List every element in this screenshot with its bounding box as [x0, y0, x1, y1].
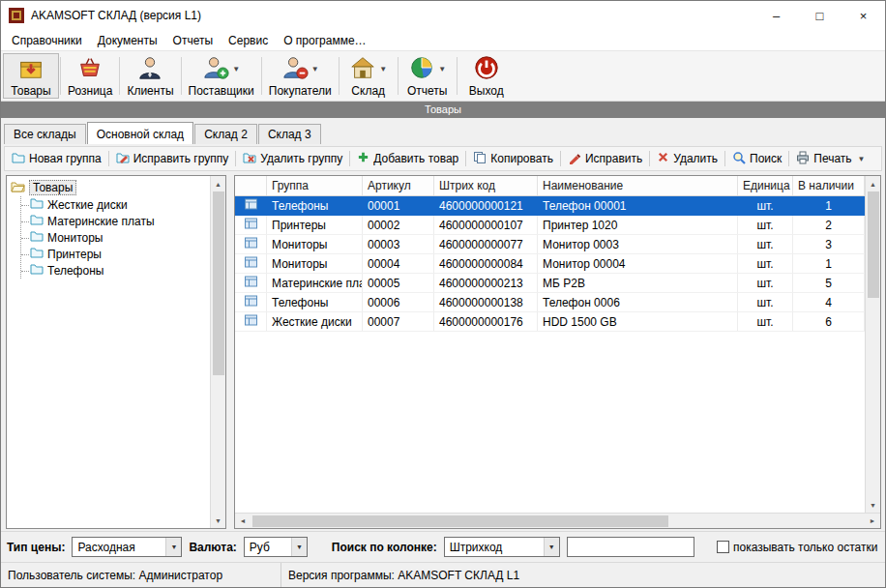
cell-barcode: 4600000000176 — [434, 312, 538, 331]
action-print-button[interactable]: Печать ▼ — [791, 149, 870, 169]
toolbar-retail-button[interactable]: Розница — [62, 53, 118, 99]
cell-name: Телефон 00001 — [538, 196, 738, 215]
table-row[interactable]: Телефоны 00006 4600000000138 Телефон 000… — [235, 293, 865, 312]
scroll-up-icon[interactable]: ▲ — [211, 176, 226, 191]
menu-item-reports[interactable]: Отчеты — [165, 32, 221, 49]
header-barcode[interactable]: Штрих код — [434, 176, 538, 195]
action-add-item-button[interactable]: Добавить товар — [352, 149, 463, 168]
main-area: Товары Жесткие диски Материнские платы М… — [1, 173, 885, 531]
action-delete-button[interactable]: Удалить — [652, 149, 723, 168]
cell-unit: шт. — [738, 293, 793, 311]
chevron-down-icon[interactable]: ▼ — [291, 538, 307, 556]
status-version: Версия программы: AKAMSOFT СКЛАД L1 — [281, 563, 526, 587]
action-label: Новая группа — [29, 152, 102, 165]
maximize-button[interactable]: □ — [798, 1, 842, 30]
toolbar-separator — [457, 57, 458, 95]
cell-name: Монитор 0003 — [538, 235, 738, 253]
scroll-left-icon[interactable]: ◄ — [235, 514, 251, 529]
toolbar-buyers-button[interactable]: ▼ Покупатели — [263, 53, 338, 99]
scroll-right-icon[interactable]: ► — [865, 514, 880, 529]
search-column-label: Поиск по колонке: — [332, 541, 437, 554]
tree-vertical-scrollbar[interactable]: ▲ ▼ — [210, 176, 225, 528]
price-type-combobox[interactable]: Расходная ▼ — [72, 537, 182, 557]
toolbar-suppliers-button[interactable]: ▼ Поставщики — [183, 53, 260, 99]
tree-item-monitors[interactable]: Мониторы — [21, 229, 206, 246]
show-remainders-checkbox-group[interactable]: показывать только остатки — [717, 541, 879, 554]
show-remainders-checkbox[interactable] — [717, 541, 729, 553]
chevron-down-icon[interactable]: ▼ — [232, 65, 240, 74]
folder-icon — [30, 197, 44, 212]
cell-qty: 4 — [793, 293, 865, 311]
folder-icon — [30, 247, 44, 261]
header-qty[interactable]: В наличии — [793, 176, 865, 195]
cell-name: HDD 1500 GB — [538, 312, 738, 331]
window-controls: – □ × — [754, 1, 885, 30]
minimize-button[interactable]: – — [754, 1, 798, 30]
table-row[interactable]: Принтеры 00002 4600000000107 Принтер 102… — [235, 216, 865, 235]
table-row[interactable]: Мониторы 00004 4600000000084 Монитор 000… — [235, 254, 865, 274]
chevron-down-icon[interactable]: ▼ — [544, 538, 559, 556]
scrollbar-thumb[interactable] — [252, 515, 668, 527]
tab-main-warehouse[interactable]: Основной склад — [87, 122, 193, 144]
cell-article: 00001 — [363, 196, 434, 215]
scroll-down-icon[interactable]: ▼ — [866, 497, 881, 513]
chevron-down-icon[interactable]: ▼ — [438, 65, 446, 74]
chevron-down-icon[interactable]: ▼ — [858, 155, 866, 163]
menu-item-documents[interactable]: Документы — [90, 32, 165, 49]
scrollbar-thumb[interactable] — [868, 191, 879, 298]
close-button[interactable]: × — [842, 1, 885, 30]
tab-warehouse-2[interactable]: Склад 2 — [194, 124, 257, 144]
toolbar-exit-button[interactable]: Выход — [458, 53, 515, 99]
cell-barcode: 4600000000138 — [434, 293, 538, 311]
search-column-combobox[interactable]: Штрихкод ▼ — [444, 537, 560, 557]
tree-root-label[interactable]: Товары — [29, 180, 76, 195]
toolbar-goods-button[interactable]: Товары — [3, 53, 59, 99]
currency-combobox[interactable]: Руб ▼ — [244, 537, 308, 557]
table-horizontal-scrollbar[interactable]: ◄ ► — [235, 513, 880, 528]
tree-item-hard-drives[interactable]: Жесткие диски — [21, 196, 206, 213]
tree-item-motherboards[interactable]: Материнские платы — [21, 213, 206, 229]
tab-all-warehouses[interactable]: Все склады — [4, 124, 86, 144]
action-new-group-button[interactable]: Новая группа — [7, 149, 106, 168]
cell-barcode: 4600000000213 — [434, 274, 538, 292]
cell-article: 00007 — [363, 312, 434, 331]
menu-item-service[interactable]: Сервис — [221, 32, 276, 49]
chevron-down-icon[interactable]: ▼ — [379, 65, 387, 74]
table-row[interactable]: Мониторы 00003 4600000000077 Монитор 000… — [235, 235, 865, 254]
tab-warehouse-3[interactable]: Склад 3 — [258, 124, 321, 144]
buyer-remove-icon — [281, 54, 309, 84]
cell-article: 00003 — [363, 235, 434, 253]
action-delete-group-button[interactable]: Удалить группу — [238, 149, 347, 168]
table-row[interactable]: Материнские платы 00005 4600000000213 МБ… — [235, 274, 865, 293]
action-edit-button[interactable]: Исправить — [563, 149, 647, 169]
chevron-down-icon[interactable]: ▼ — [165, 538, 181, 556]
action-copy-button[interactable]: Копировать — [468, 149, 558, 169]
menu-item-directories[interactable]: Справочники — [4, 32, 90, 49]
header-name[interactable]: Наименование — [538, 176, 738, 195]
header-article[interactable]: Артикул — [363, 176, 434, 195]
toolbar-warehouse-button[interactable]: ▼ Склад — [340, 53, 397, 99]
header-unit[interactable]: Единица — [738, 176, 793, 195]
table-vertical-scrollbar[interactable]: ▲ ▼ — [865, 176, 880, 513]
action-search-button[interactable]: Поиск — [727, 149, 786, 169]
cell-group: Жесткие диски — [267, 312, 363, 331]
cell-unit: шт. — [738, 196, 793, 215]
items-table-panel: Группа Артикул Штрих код Наименование Ед… — [234, 175, 881, 529]
cell-group: Телефоны — [267, 196, 363, 215]
tree-item-printers[interactable]: Принтеры — [21, 246, 206, 262]
search-icon — [732, 151, 746, 167]
scrollbar-thumb[interactable] — [213, 191, 224, 375]
toolbar-clients-button[interactable]: Клиенты — [121, 53, 179, 99]
header-group[interactable]: Группа — [267, 176, 363, 195]
table-row[interactable]: Телефоны 00001 4600000000121 Телефон 000… — [235, 196, 865, 216]
action-edit-group-button[interactable]: Исправить группу — [111, 149, 234, 168]
tree-root-goods[interactable]: Товары — [11, 179, 206, 196]
toolbar-reports-button[interactable]: ▼ Отчеты — [399, 53, 456, 99]
menu-item-about[interactable]: О программе… — [276, 32, 373, 49]
scroll-down-icon[interactable]: ▼ — [211, 513, 226, 528]
scroll-up-icon[interactable]: ▲ — [866, 176, 881, 191]
search-input[interactable] — [567, 537, 694, 557]
tree-item-phones[interactable]: Телефоны — [21, 262, 206, 279]
table-row[interactable]: Жесткие диски 00007 4600000000176 HDD 15… — [235, 312, 865, 332]
chevron-down-icon[interactable]: ▼ — [311, 65, 319, 74]
